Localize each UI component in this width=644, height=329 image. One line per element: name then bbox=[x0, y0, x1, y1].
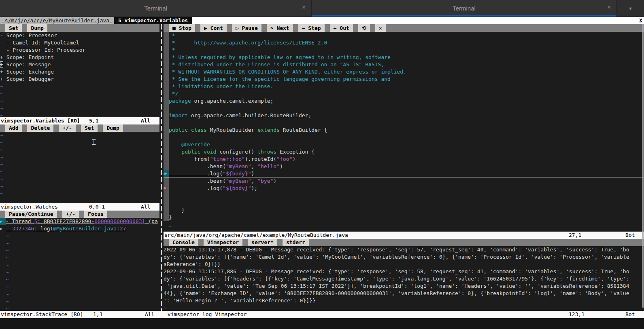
text-segment: * See the License for the specific langu… bbox=[169, 76, 391, 82]
buffer-name: src/main/java/org/apache/camel/example/M… bbox=[164, 232, 569, 239]
focus-button[interactable]: Focus bbox=[84, 211, 107, 218]
watches-line: ~ bbox=[0, 154, 159, 161]
sign-column bbox=[164, 192, 169, 199]
text-segment: - Thread bbox=[6, 218, 34, 224]
watches-line: ~ bbox=[0, 132, 159, 139]
text-segment: org.apache.camel.builder.RouteBuilder; bbox=[188, 112, 311, 118]
text-segment: 2022-09-06 13:15:17,886 - DEBUG - Messag… bbox=[164, 268, 629, 274]
tab-list-dropdown[interactable]: ▼ bbox=[617, 0, 644, 17]
continue-button[interactable]: ▶ Cont bbox=[200, 24, 227, 32]
variables-line: ~ bbox=[0, 105, 159, 112]
tab-close-icon[interactable]: × bbox=[302, 4, 306, 11]
text-segment: ~ bbox=[169, 224, 172, 228]
text-segment: 2022-09-06 13:15:17,878 - DEBUG - Messag… bbox=[164, 247, 629, 253]
sign-column bbox=[0, 269, 6, 276]
vim-command-line[interactable] bbox=[0, 318, 644, 329]
stacktrace-line: ~ bbox=[0, 291, 159, 298]
text-segment: "hello" bbox=[257, 163, 280, 169]
terminal-tab-right[interactable]: Terminal × bbox=[312, 0, 617, 17]
text-segment: , bbox=[251, 163, 258, 169]
terminal-tab-left[interactable]: Terminal × bbox=[0, 0, 312, 17]
text-segment: "bye" bbox=[257, 178, 273, 184]
tab-close-icon[interactable]: × bbox=[607, 4, 611, 11]
code-line: * See the License for the specific langu… bbox=[164, 76, 644, 83]
empty-gutter bbox=[164, 221, 169, 228]
code-line bbox=[164, 192, 644, 199]
stop-button[interactable]: ■ Stop bbox=[169, 24, 195, 32]
code-line: public class MyRouteBuilder extends Rout… bbox=[164, 127, 644, 134]
text-segment: ~ bbox=[6, 306, 9, 311]
text-segment: ~ bbox=[0, 132, 3, 138]
vim-tab-close-button[interactable]: X bbox=[639, 17, 644, 24]
text-segment: Scope: Message bbox=[3, 61, 51, 67]
text-segment: ) bbox=[280, 163, 283, 169]
text-segment: */ bbox=[169, 91, 178, 97]
text-segment: public class bbox=[169, 127, 207, 133]
stderr-button[interactable]: stderr bbox=[283, 239, 309, 246]
set-button[interactable]: Set bbox=[81, 124, 98, 132]
restart-button[interactable]: ⟲ bbox=[358, 24, 370, 32]
terminal-scrollbar[interactable] bbox=[642, 24, 644, 308]
log-statusline: _vimspector_log_Vimspector 123,1 Bot bbox=[164, 311, 644, 318]
expand-collapse-button[interactable]: +/- bbox=[59, 124, 75, 132]
vim-tabline: s/m/j/o/a/c/e/MyRouteBuilder.java 5 vims… bbox=[0, 17, 644, 24]
code-line bbox=[164, 199, 644, 207]
vim-tab-myroutebuilder[interactable]: s/m/j/o/a/c/e/MyRouteBuilder.java bbox=[0, 17, 114, 24]
scroll-indicator: Bot bbox=[625, 311, 644, 318]
pause-continue-button[interactable]: Pause/Continue bbox=[5, 211, 57, 218]
text-segment: ) bbox=[292, 156, 295, 162]
breakpoint-icon[interactable]: ● bbox=[164, 185, 169, 192]
vim-tab-vimspector-variables[interactable]: 5 vimspector.Variables bbox=[114, 17, 192, 24]
sign-column bbox=[164, 39, 169, 46]
sign-column bbox=[164, 199, 169, 207]
program-counter-breakpoint-icon[interactable]: ●▶ bbox=[164, 170, 169, 177]
text-segment: ~ bbox=[0, 169, 3, 175]
stacktrace-line: ~ bbox=[0, 262, 159, 269]
cursor-position: 1,1 bbox=[93, 311, 145, 318]
text-segment: + Scope: Endpoint bbox=[0, 54, 54, 60]
code-line: .bean("myBean", "hello") bbox=[164, 163, 644, 170]
stacktrace-buffer[interactable]: ▶- Thread 5: 8B03FE27FB82890-00000000000… bbox=[0, 218, 159, 311]
text-segment: ~ bbox=[0, 112, 3, 117]
expand-collapse-button[interactable]: +/- bbox=[62, 211, 79, 218]
text-segment: ~ bbox=[0, 190, 3, 196]
add-button[interactable]: Add bbox=[5, 124, 22, 132]
sign-column bbox=[164, 214, 169, 221]
text-segment: * WITHOUT WARRANTIES OR CONDITIONS OF AN… bbox=[169, 69, 406, 75]
vimspector-button[interactable]: Vimspector bbox=[204, 239, 242, 246]
text-segment: ~ bbox=[6, 255, 9, 261]
set-button[interactable]: Set bbox=[5, 24, 22, 32]
sign-column bbox=[164, 97, 169, 105]
sign-column bbox=[0, 232, 6, 240]
watches-line: ~ bbox=[0, 161, 159, 168]
console-tabs-toolbar: ConsoleVimspectorserver*stderr bbox=[164, 239, 644, 246]
text-segment: RouteBuilder { bbox=[280, 127, 327, 133]
dump-button[interactable]: Dump bbox=[27, 24, 47, 32]
sign-column bbox=[164, 207, 169, 214]
step-over-button[interactable]: ↷ Next bbox=[267, 24, 293, 32]
delete-button[interactable]: Delete bbox=[27, 124, 53, 132]
text-segment: .bean( bbox=[169, 178, 226, 184]
code-line bbox=[164, 134, 644, 141]
code-line: .bean("myBean", "bye") bbox=[164, 177, 644, 185]
sign-column bbox=[164, 54, 169, 61]
sign-column bbox=[164, 119, 169, 127]
server-button[interactable]: server* bbox=[248, 239, 277, 246]
text-segment: - Camel Id: MyCoolCamel bbox=[0, 40, 79, 46]
step-out-button[interactable]: ← Out bbox=[330, 24, 353, 32]
window-separator[interactable] bbox=[159, 24, 164, 311]
close-button[interactable]: ✕ bbox=[375, 24, 386, 32]
step-into-button[interactable]: → Step bbox=[298, 24, 325, 32]
text-segment: : 8B03FE27FB82890- bbox=[37, 218, 94, 224]
dump-button[interactable]: Dump bbox=[103, 124, 123, 132]
text-segment: ~ bbox=[164, 305, 167, 311]
code-buffer[interactable]: * * http://www.apache.org/licenses/LICEN… bbox=[164, 32, 644, 232]
watches-buffer[interactable]: ~~~~~~~~~ bbox=[0, 132, 159, 203]
console-button[interactable]: Console bbox=[169, 239, 198, 246]
variables-buffer[interactable]: - Scope: Processor - Camel Id: MyCoolCam… bbox=[0, 32, 159, 117]
text-segment: import bbox=[169, 112, 188, 118]
text-segment: (pa bbox=[145, 218, 157, 224]
text-segment: - Processor Id: Processor bbox=[0, 47, 85, 53]
pause-button[interactable]: ▷ Pause bbox=[232, 24, 261, 32]
log-buffer[interactable]: 2022-09-06 13:15:17,878 - DEBUG - Messag… bbox=[164, 246, 644, 311]
